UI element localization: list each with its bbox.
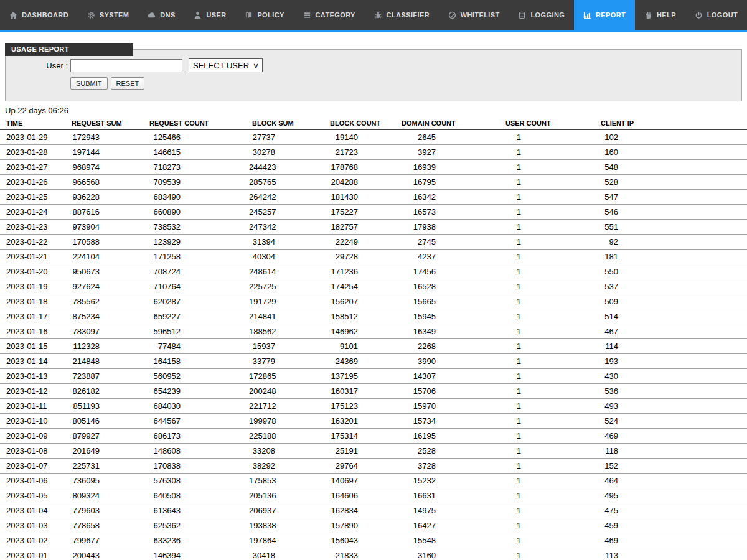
cell-user-count: 1 [501,384,594,399]
table-row: 2023-01-14214848164158337792436939901193 [0,354,747,369]
cell-user-count: 1 [501,533,594,548]
cell-block-count: 140697 [327,474,398,488]
reset-button[interactable]: RESET [111,77,145,90]
cell-time: 2023-01-05 [0,488,68,503]
nav-item-logout[interactable]: LOGOUT [685,0,747,30]
cell-block-sum: 30418 [249,548,327,560]
cell-block-count: 158512 [327,309,398,324]
cell-user-count: 1 [501,369,594,384]
cell-request-sum: 783097 [68,324,146,339]
cell-request-count: 708724 [146,264,249,279]
cell-client-ip: 464 [594,474,747,488]
cell-client-ip: 548 [594,160,747,175]
cell-time: 2023-01-04 [0,503,68,518]
cell-time: 2023-01-10 [0,414,68,429]
bar-chart-icon [583,11,591,19]
cell-block-count: 160317 [327,384,398,399]
user-icon [194,11,202,19]
cell-domain-count: 16427 [398,518,501,533]
cell-user-count: 1 [501,279,594,294]
nav-item-label: SYSTEM [100,11,129,19]
cell-request-sum: 973904 [68,220,146,235]
table-row: 2023-01-05809324640508205136164606166311… [0,488,747,503]
cell-request-sum: 200443 [68,548,146,560]
table-row: 2023-01-08201649148608332082519125281118 [0,444,747,459]
cell-request-sum: 805146 [68,414,146,429]
cell-client-ip: 495 [594,488,747,503]
cell-time: 2023-01-20 [0,264,68,279]
cell-request-count: 683490 [146,190,249,205]
nav-item-whitelist[interactable]: WHITELIST [439,0,509,30]
cell-block-count: 137195 [327,369,398,384]
cell-block-count: 24369 [327,354,398,369]
cell-client-ip: 509 [594,294,747,309]
nav-item-system[interactable]: SYSTEM [78,0,138,30]
cell-user-count: 1 [501,518,594,533]
cell-user-count: 1 [501,429,594,444]
cell-user-count: 1 [501,145,594,160]
nav-item-dashboard[interactable]: DASHBOARD [0,0,78,30]
cell-user-count: 1 [501,264,594,279]
table-row: 2023-01-20950673708724248614171236174561… [0,264,747,279]
cell-client-ip: 550 [594,264,747,279]
nav-item-report[interactable]: REPORT [574,0,635,30]
table-row: 2023-01-24887616660890245257175227165731… [0,205,747,220]
cell-request-sum: 851193 [68,399,146,414]
nav-item-user[interactable]: USER [185,0,236,30]
cell-domain-count: 15970 [398,399,501,414]
cell-time: 2023-01-07 [0,459,68,474]
table-row: 2023-01-21224104171258403042972842371181 [0,250,747,264]
cell-request-sum: 826182 [68,384,146,399]
cell-block-count: 178768 [327,160,398,175]
nav-item-help[interactable]: HELP [635,0,685,30]
column-header-request-sum: REQUEST SUM [68,118,146,129]
submit-button[interactable]: SUBMIT [70,77,108,90]
cell-user-count: 1 [501,190,594,205]
cell-client-ip: 528 [594,175,747,190]
cell-request-count: 171258 [146,250,249,264]
nav-item-dns[interactable]: DNS [138,0,184,30]
cell-request-count: 686173 [146,429,249,444]
cell-block-count: 156043 [327,533,398,548]
nav-item-classifier[interactable]: CLASSIFIER [365,0,439,30]
cell-client-ip: 92 [594,235,747,250]
cell-time: 2023-01-28 [0,145,68,160]
bug-icon [374,11,382,19]
cell-client-ip: 524 [594,414,747,429]
usage-report-panel: USAGE REPORT User : SELECT USER ∨ SUBMIT… [5,49,742,101]
cell-time: 2023-01-18 [0,294,68,309]
nav-item-category[interactable]: CATEGORY [294,0,365,30]
nav-item-logging[interactable]: LOGGING [509,0,575,30]
table-header-row: TIMEREQUEST SUMREQUEST COUNTBLOCK SUMBLO… [0,118,747,129]
cell-request-count: 146394 [146,548,249,560]
table-row: 2023-01-06736095576308175853140697152321… [0,474,747,488]
cell-request-count: 659227 [146,309,249,324]
user-select[interactable]: SELECT USER ∨ [189,58,263,72]
cell-user-count: 1 [501,444,594,459]
cell-request-sum: 778658 [68,518,146,533]
nav-item-label: REPORT [596,11,626,19]
cell-time: 2023-01-21 [0,250,68,264]
user-input[interactable] [70,59,182,72]
table-row: 2023-01-01200443146394304182183331601113 [0,548,747,560]
cell-domain-count: 15548 [398,533,501,548]
cell-block-sum: 188562 [249,324,327,339]
cell-client-ip: 152 [594,459,747,474]
cell-user-count: 1 [501,339,594,354]
cell-client-ip: 181 [594,250,747,264]
nav-item-policy[interactable]: POLICY [235,0,293,30]
cell-block-count: 162834 [327,503,398,518]
column-header-user-count: USER COUNT [501,118,594,129]
cell-block-sum: 244423 [249,160,327,175]
cell-client-ip: 193 [594,354,747,369]
cell-request-count: 654239 [146,384,249,399]
cell-domain-count: 17456 [398,264,501,279]
cell-request-count: 710764 [146,279,249,294]
nav-item-label: USER [206,11,226,19]
cell-domain-count: 2268 [398,339,501,354]
cell-block-sum: 247342 [249,220,327,235]
table-row: 2023-01-13723887560952172865137195143071… [0,369,747,384]
cell-client-ip: 102 [594,129,747,145]
cell-request-sum: 966568 [68,175,146,190]
cell-block-sum: 33779 [249,354,327,369]
